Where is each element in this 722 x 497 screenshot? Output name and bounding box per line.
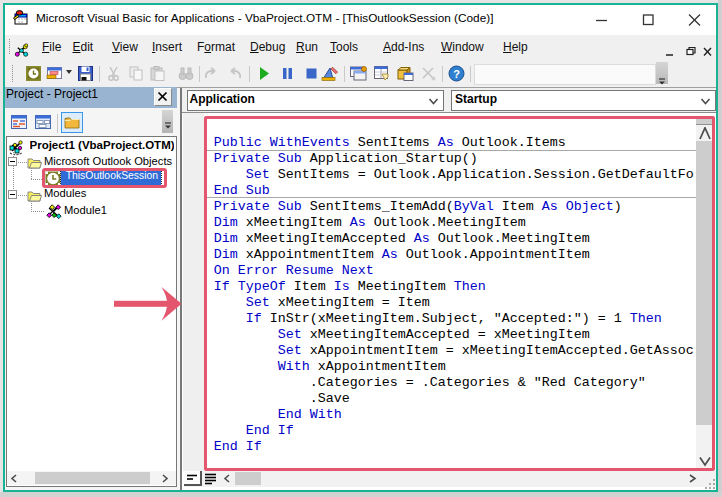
svg-text:?: ? (453, 67, 460, 79)
